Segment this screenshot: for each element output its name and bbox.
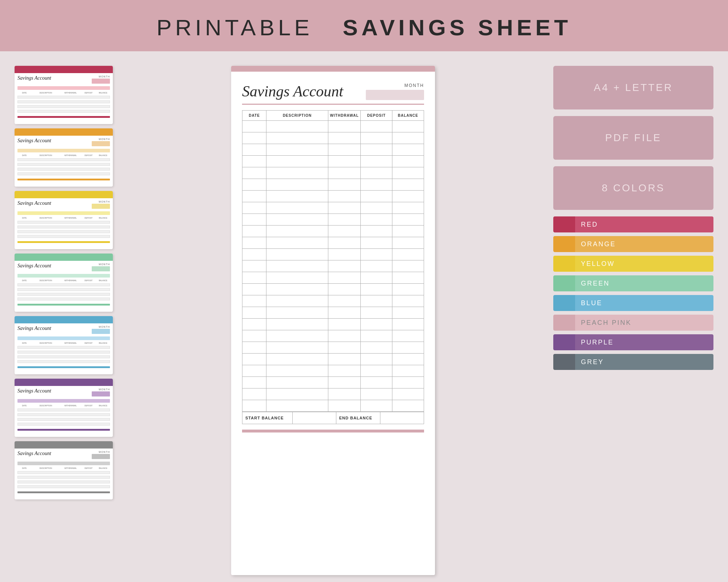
color-swatch-2 [553, 256, 575, 272]
color-name-label: YELLOW [581, 260, 615, 268]
color-swatch-7 [553, 354, 575, 370]
info-box-a4: A4 + LETTER [553, 66, 713, 109]
savings-account-title: Savings Account [242, 83, 343, 100]
thumb-title: Savings Account [17, 75, 51, 81]
doc-bottom-bar [242, 430, 424, 432]
color-name-label: PEACH PINK [581, 319, 632, 327]
table-row [242, 179, 424, 191]
color-item-grey: GREY [553, 354, 713, 370]
color-name-label: RED [581, 221, 598, 228]
color-item-red: RED [553, 216, 713, 232]
color-name-label: GREY [581, 358, 604, 366]
title-bold: SAVINGS SHEET [343, 15, 571, 40]
right-column: A4 + LETTER PDF FILE 8 COLORS RED ORANGE… [553, 66, 713, 575]
page-header: PRINTABLE SAVINGS SHEET [0, 0, 728, 51]
center-column: Savings Account MONTH DATE DESCRIPTION W… [124, 66, 542, 575]
thumbnail-6: Savings Account MONTH DATE DESCRIPTION W… [15, 441, 113, 499]
table-header-row: DATE DESCRIPTION WITHDRAWAL DEPOSIT BALA… [242, 111, 424, 121]
month-label: MONTH [404, 83, 424, 88]
table-row [242, 295, 424, 307]
thumb-title: Savings Account [17, 263, 51, 269]
table-row [242, 191, 424, 202]
table-row [242, 121, 424, 132]
color-item-peach-pink: PEACH PINK [553, 315, 713, 331]
table-row [242, 167, 424, 179]
thumb-title: Savings Account [17, 388, 51, 394]
color-name-label: ORANGE [581, 240, 616, 248]
color-swatch-0 [553, 216, 575, 232]
table-row [242, 237, 424, 249]
start-balance-value[interactable] [292, 412, 336, 424]
month-section: MONTH [366, 83, 424, 100]
table-row [242, 132, 424, 144]
table-row [242, 260, 424, 272]
main-content: Savings Account MONTH DATE DESCRIPTION W… [0, 51, 728, 582]
color-swatch-6 [553, 334, 575, 350]
color-swatch-3 [553, 275, 575, 291]
color-swatch-1 [553, 236, 575, 252]
table-row [242, 249, 424, 260]
color-name-bar-6: PURPLE [575, 334, 713, 350]
thumbnail-0: Savings Account MONTH DATE DESCRIPTION W… [15, 66, 113, 124]
col-withdrawal: WITHDRAWAL [328, 111, 361, 121]
thumbnail-5: Savings Account MONTH DATE DESCRIPTION W… [15, 379, 113, 437]
thumbnail-2: Savings Account MONTH DATE DESCRIPTION W… [15, 191, 113, 249]
thumb-title: Savings Account [17, 451, 51, 457]
table-row [242, 156, 424, 167]
color-swatch-5 [553, 315, 575, 331]
thumbnails-column: Savings Account MONTH DATE DESCRIPTION W… [15, 66, 113, 575]
color-item-purple: PURPLE [553, 334, 713, 350]
color-name-bar-1: ORANGE [575, 236, 713, 252]
table-row [242, 307, 424, 319]
color-item-yellow: YELLOW [553, 256, 713, 272]
color-item-green: GREEN [553, 275, 713, 291]
doc-header-row: Savings Account MONTH [242, 83, 424, 100]
footer-row: START BALANCE END BALANCE [242, 412, 424, 424]
color-item-orange: ORANGE [553, 236, 713, 252]
table-row [242, 377, 424, 388]
table-row [242, 400, 424, 412]
pdf-label: PDF FILE [605, 132, 662, 144]
color-item-blue: BLUE [553, 295, 713, 311]
colors-section: RED ORANGE YELLOW GREEN BLUE P [553, 216, 713, 374]
thumbnail-3: Savings Account MONTH DATE DESCRIPTION W… [15, 254, 113, 312]
table-row [242, 144, 424, 156]
savings-table: DATE DESCRIPTION WITHDRAWAL DEPOSIT BALA… [242, 110, 424, 412]
table-row [242, 388, 424, 400]
colors-count-label: 8 COLORS [602, 182, 665, 194]
table-row [242, 284, 424, 295]
start-balance-label: START BALANCE [242, 412, 293, 424]
doc-divider [242, 104, 424, 105]
table-row [242, 365, 424, 377]
thumb-title: Savings Account [17, 200, 51, 206]
table-row [242, 330, 424, 342]
color-name-bar-7: GREY [575, 354, 713, 370]
color-name-bar-3: GREEN [575, 275, 713, 291]
doc-footer-table: START BALANCE END BALANCE [242, 412, 424, 424]
table-row [242, 272, 424, 284]
color-name-bar-5: PEACH PINK [575, 315, 713, 331]
info-box-colors: 8 COLORS [553, 166, 713, 210]
table-row [242, 354, 424, 365]
table-row [242, 214, 424, 226]
thumb-title: Savings Account [17, 138, 51, 144]
col-date: DATE [242, 111, 266, 121]
table-row [242, 226, 424, 237]
col-description: DESCRIPTION [266, 111, 328, 121]
col-balance: BALANCE [392, 111, 424, 121]
thumb-title: Savings Account [17, 326, 51, 331]
a4-label: A4 + LETTER [594, 82, 673, 93]
month-box[interactable] [366, 90, 424, 100]
doc-top-bar [231, 66, 435, 72]
title-plain: PRINTABLE [157, 15, 313, 40]
thumbnail-4: Savings Account MONTH DATE DESCRIPTION W… [15, 316, 113, 374]
page-title: PRINTABLE SAVINGS SHEET [0, 15, 728, 40]
color-name-label: GREEN [581, 280, 610, 287]
col-deposit: DEPOSIT [361, 111, 392, 121]
color-name-label: PURPLE [581, 339, 614, 346]
table-row [242, 319, 424, 330]
color-swatch-4 [553, 295, 575, 311]
end-balance-value[interactable] [380, 412, 424, 424]
color-name-bar-0: RED [575, 216, 713, 232]
thumbnail-1: Savings Account MONTH DATE DESCRIPTION W… [15, 128, 113, 187]
